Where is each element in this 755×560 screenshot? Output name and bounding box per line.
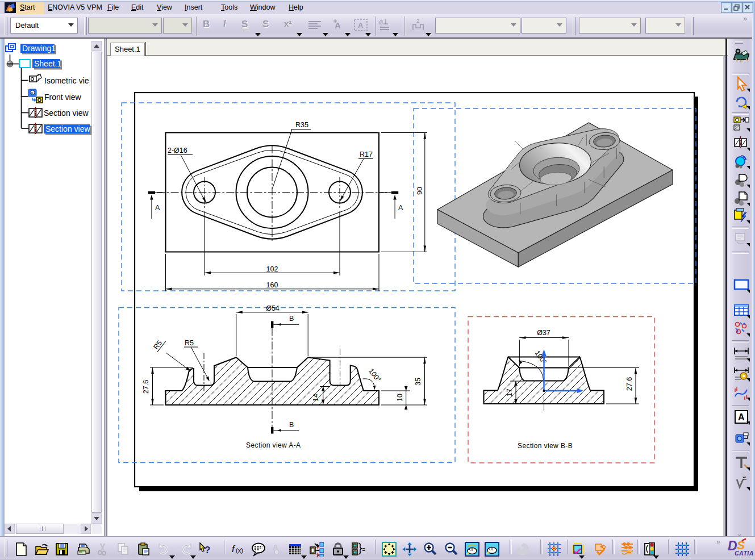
svg-text:160: 160 (266, 281, 278, 289)
svg-text:(x): (x) (236, 547, 243, 554)
svg-text:10: 10 (396, 394, 404, 402)
svg-text:A: A (398, 204, 403, 212)
svg-text:A: A (738, 412, 745, 422)
svg-text:35: 35 (414, 378, 422, 386)
svg-text:A: A (358, 21, 364, 30)
svg-text:Section view A-A: Section view A-A (246, 441, 301, 449)
svg-text:Section view: Section view (45, 124, 90, 133)
svg-text:CATIA: CATIA (735, 550, 754, 557)
svg-text:2-Ø16: 2-Ø16 (168, 147, 187, 154)
svg-text:R35: R35 (295, 121, 308, 129)
svg-text:R17: R17 (360, 151, 373, 158)
svg-text:2: 2 (416, 18, 419, 24)
svg-text:B: B (289, 315, 294, 323)
svg-text:Drawing1: Drawing1 (22, 44, 56, 53)
svg-text:17: 17 (506, 388, 514, 396)
svg-text:x=: x= (743, 475, 746, 479)
svg-text:Section view: Section view (44, 108, 89, 118)
svg-text:Isometric vie: Isometric vie (44, 76, 89, 85)
svg-text:Sheet.1: Sheet.1 (34, 59, 61, 68)
svg-text:Front view: Front view (44, 93, 81, 102)
svg-text:90: 90 (416, 187, 424, 195)
svg-text:27.6: 27.6 (625, 377, 633, 391)
svg-text:14: 14 (312, 394, 320, 402)
svg-text:?: ? (205, 545, 210, 555)
svg-text:Ø37: Ø37 (537, 329, 550, 337)
svg-text:Ø54: Ø54 (266, 304, 280, 312)
svg-text:R5: R5 (185, 339, 194, 347)
svg-text:A: A (155, 204, 160, 212)
svg-text:f: f (232, 544, 236, 554)
svg-text:27.6: 27.6 (142, 380, 150, 394)
svg-text:102: 102 (266, 265, 278, 273)
svg-text:ø: ø (379, 18, 383, 26)
svg-text:Section view B-B: Section view B-B (518, 442, 573, 450)
svg-text:B: B (289, 421, 294, 429)
